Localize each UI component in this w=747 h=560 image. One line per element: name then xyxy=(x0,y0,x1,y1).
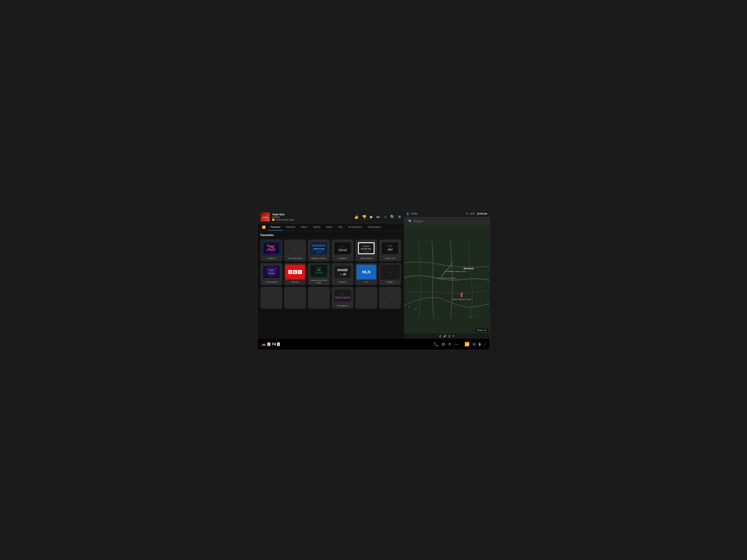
hln-name: HLN xyxy=(364,280,369,284)
station-card-msnbc[interactable]: ♪ MSNBC xyxy=(379,263,401,285)
equalizer-button[interactable]: ⊞ xyxy=(398,215,401,219)
msnbc-logo-icon: ♪ xyxy=(379,264,401,281)
navigate-label: Navigate xyxy=(413,220,423,222)
spectrum-logo: THE SPECTRUM xyxy=(332,288,354,304)
map-header-left: 👤 Profile xyxy=(406,212,417,215)
map-view[interactable]: St. Matthew Catholic Church Johns Manvil… xyxy=(404,225,489,334)
speed-display: ❮ 74 ❯ xyxy=(267,342,280,347)
svg-text:SHADE: SHADE xyxy=(337,268,348,272)
map-audio-controls: ❮ 🔊 ❯ ↺ xyxy=(404,334,489,339)
station-card-bluegrass[interactable]: BLUEGRASS JUNCTION SiriusXM Bluegrass Ju… xyxy=(308,239,330,261)
svg-point-9 xyxy=(266,250,267,251)
tab-talk[interactable]: Talk xyxy=(336,224,345,231)
svg-text:Winder Inspection Center: Winder Inspection Center xyxy=(452,298,471,300)
shade45-name: Shade 45 xyxy=(338,280,347,284)
svg-text:Whistleville: Whistleville xyxy=(463,268,474,270)
svg-text:THE: THE xyxy=(340,294,344,295)
tab-all-channels[interactable]: All Channels xyxy=(346,224,364,231)
camera-icon[interactable]: ⊙ xyxy=(442,342,445,347)
station-card-empty-3[interactable]: ♪ xyxy=(308,287,330,309)
speed-value: 74 xyxy=(272,342,276,347)
tab-music[interactable]: Music xyxy=(299,224,310,231)
skip-button[interactable]: ⏭ xyxy=(377,215,380,219)
station-card-hln[interactable]: HLN HLN xyxy=(355,263,377,285)
svg-point-50 xyxy=(461,295,462,297)
station-card-classic-rewind[interactable]: Classic REWIND SiriusXM Classic Rewind xyxy=(355,239,377,261)
thumbs-down-button[interactable]: 👎 xyxy=(362,215,367,219)
svg-text:SiriusXM: SiriusXM xyxy=(364,251,369,252)
volume-button[interactable]: 🔊 xyxy=(443,335,446,338)
shuffle-icon[interactable]: ✕ xyxy=(448,342,451,347)
tab-subscription[interactable]: Subscription xyxy=(365,224,384,231)
play-button[interactable]: ▶ xyxy=(370,214,373,219)
coffee-house-name: The Coffee House xyxy=(287,257,303,261)
classic-rewind-logo: Classic REWIND SiriusXM xyxy=(355,240,377,257)
sun-icon: ☀ xyxy=(466,212,468,215)
npr-name: NPR Now xyxy=(290,280,300,284)
svg-point-33 xyxy=(265,274,266,275)
teams-icon[interactable]: ⊞ xyxy=(472,342,476,347)
favorite-button[interactable]: ☆ xyxy=(384,215,387,219)
pga-logo: SiriusXM PGA TOUR Radio xyxy=(308,263,330,278)
time-display: 12:53 pm xyxy=(477,212,487,215)
station-grid-row3: ♪ ♪ ♪ xyxy=(260,287,401,309)
speed-down-button[interactable]: ❮ xyxy=(267,342,270,346)
svg-text:BLUEGRASS: BLUEGRASS xyxy=(312,245,326,247)
station-card-npr[interactable]: n p r NPR Now xyxy=(284,263,306,285)
map-svg: St. Matthew Catholic Church Johns Manvil… xyxy=(404,225,489,334)
svg-text:blend: blend xyxy=(338,248,347,252)
wifi-taskbar-icon[interactable]: 📶 xyxy=(464,342,469,347)
classic-rewind-name: Classic Rewind xyxy=(360,257,373,261)
station-card-coffee-house[interactable]: ♪ The Coffee House xyxy=(284,239,306,261)
tesla-screen: GloRilla Yeah Glo! GloRilla 📶 PROCEDURE … xyxy=(257,210,490,350)
svg-point-7 xyxy=(267,244,268,246)
route-button[interactable]: ↺ xyxy=(452,335,455,338)
svg-rect-38 xyxy=(334,266,351,278)
album-art: GloRilla xyxy=(260,212,270,221)
tab-recents[interactable]: Recents xyxy=(284,224,298,231)
taskbar-left: 🚗 ❮ 74 ❯ xyxy=(261,342,280,347)
station-card-empty-4[interactable]: ♪ xyxy=(355,287,377,309)
station-card-shade45[interactable]: SHADE 45 ♦♦ Shade 45 xyxy=(332,263,354,285)
station-card-blend[interactable]: the blend The Blend xyxy=(332,239,354,261)
svg-point-32 xyxy=(275,267,277,269)
next-audio-button[interactable]: ❯ xyxy=(448,335,450,338)
tab-news[interactable]: News xyxy=(324,224,335,231)
svg-text:REWIND: REWIND xyxy=(361,248,372,250)
classic-vinyl-logo: Classic vinyl xyxy=(379,240,401,257)
svg-text:⊕: ⊕ xyxy=(416,308,417,310)
music-note-icon-msnbc: ♪ xyxy=(389,269,391,275)
music-note-icon-e5: ♪ xyxy=(389,295,391,301)
speed-up-button[interactable]: ❯ xyxy=(277,342,280,346)
phone-icon[interactable]: 📞 xyxy=(434,342,439,347)
svg-text:Comedy: Comedy xyxy=(268,272,275,274)
svg-text:45: 45 xyxy=(343,273,346,276)
navigate-search[interactable]: 🔍 Navigate xyxy=(406,218,487,224)
music-app-icon[interactable]: ♪ xyxy=(484,342,486,347)
station-card-empty-2[interactable]: ♪ xyxy=(284,287,306,309)
hln-logo: HLN xyxy=(355,264,377,281)
now-playing-bar: GloRilla Yeah Glo! GloRilla 📶 PROCEDURE … xyxy=(258,210,404,223)
station-card-classic-vinyl[interactable]: Classic vinyl Classic Vinyl xyxy=(379,239,401,261)
song-title: Yeah Glo! xyxy=(272,213,352,216)
tab-wifi[interactable]: 📶 xyxy=(260,223,267,231)
svg-text:TOUR Radio: TOUR Radio xyxy=(315,271,323,273)
poprocks-logo: Pop Rocks xyxy=(260,240,282,257)
station-card-spectrum[interactable]: THE SPECTRUM The Spectrum xyxy=(332,287,354,309)
svg-text:St. Matthew Catholic Church: St. Matthew Catholic Church xyxy=(445,271,466,272)
station-card-pure-comedy[interactable]: Pure Comedy Pure Comedy xyxy=(260,263,282,285)
thumbs-up-button[interactable]: 👍 xyxy=(354,215,359,219)
dots-icon[interactable]: ⋯ xyxy=(454,342,458,347)
station-card-poprocks[interactable]: Pop Rocks PopRocks xyxy=(260,239,282,261)
apps-icon[interactable]: ⧫ xyxy=(479,342,481,347)
prev-audio-button[interactable]: ❮ xyxy=(439,335,441,338)
search-button[interactable]: 🔍 xyxy=(390,215,395,219)
npr-logo: n p r xyxy=(284,264,306,281)
station-card-pga[interactable]: SiriusXM PGA TOUR Radio SiriusXM PGA TOU… xyxy=(308,263,330,285)
station-card-empty-5[interactable]: ♪ xyxy=(379,287,401,309)
tab-favorites[interactable]: Favorites xyxy=(268,224,283,231)
station-card-empty-1[interactable]: ♪ xyxy=(260,287,282,309)
music-note-icon: ♪ xyxy=(294,245,297,251)
profile-button[interactable]: Profile xyxy=(411,212,417,215)
tab-sports[interactable]: Sports xyxy=(311,224,323,231)
